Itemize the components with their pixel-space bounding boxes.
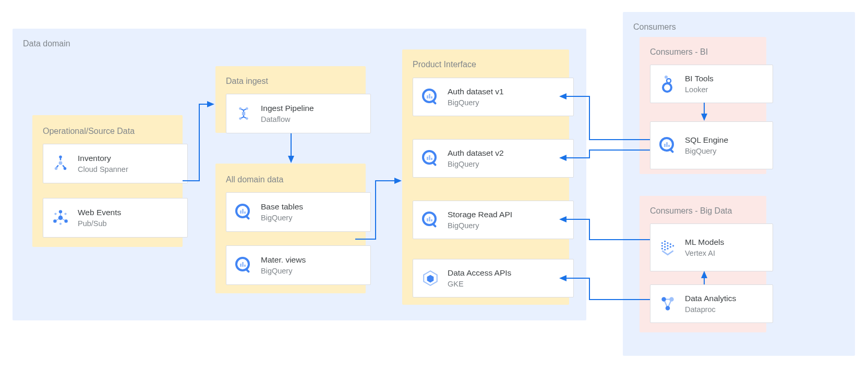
all-domain-data-title: All domain data bbox=[226, 175, 283, 184]
svg-point-56 bbox=[661, 248, 663, 250]
bigquery-icon bbox=[234, 255, 254, 275]
svg-point-63 bbox=[667, 248, 668, 250]
svg-rect-21 bbox=[242, 209, 244, 214]
bigquery-icon bbox=[658, 135, 678, 155]
svg-point-46 bbox=[665, 76, 668, 79]
svg-rect-26 bbox=[242, 262, 244, 267]
card-subtitle: Looker bbox=[685, 85, 714, 94]
svg-point-1 bbox=[55, 167, 58, 170]
card-subtitle: Cloud Spanner bbox=[78, 165, 128, 174]
card-title: Auth dataset v1 bbox=[448, 86, 504, 96]
vertex-ai-icon bbox=[658, 238, 678, 257]
svg-point-12 bbox=[64, 213, 66, 215]
svg-point-11 bbox=[54, 213, 56, 215]
card-data-access-apis: Data Access APIsGKE bbox=[413, 259, 574, 297]
card-title: Storage Read API bbox=[448, 209, 512, 219]
pubsub-icon bbox=[51, 208, 70, 228]
card-web-events: Web EventsPub/Sub bbox=[43, 198, 188, 238]
svg-point-66 bbox=[672, 245, 674, 246]
card-subtitle: Vertex AI bbox=[685, 248, 724, 258]
card-subtitle: GKE bbox=[448, 279, 511, 289]
card-inventory: InventoryCloud Spanner bbox=[43, 144, 188, 183]
looker-icon bbox=[658, 74, 678, 94]
svg-point-3 bbox=[59, 161, 63, 165]
card-subtitle: BigQuery bbox=[261, 266, 306, 276]
card-title: Web Events bbox=[78, 207, 121, 217]
cloud-spanner-icon bbox=[51, 154, 70, 173]
card-subtitle: Pub/Sub bbox=[78, 219, 121, 228]
svg-point-57 bbox=[664, 241, 666, 242]
svg-point-9 bbox=[53, 219, 56, 222]
card-subtitle: BigQuery bbox=[448, 159, 504, 169]
svg-rect-51 bbox=[666, 142, 668, 147]
svg-rect-40 bbox=[427, 218, 428, 221]
consumers-title: Consumers bbox=[633, 22, 676, 32]
product-interface-title: Product Interface bbox=[413, 60, 476, 69]
card-auth-v1: Auth dataset v1BigQuery bbox=[413, 78, 574, 116]
svg-rect-50 bbox=[664, 144, 666, 147]
card-storage-read: Storage Read APIBigQuery bbox=[413, 201, 574, 239]
svg-point-10 bbox=[64, 219, 67, 222]
svg-point-16 bbox=[239, 117, 242, 120]
bigquery-icon bbox=[420, 210, 440, 230]
svg-point-0 bbox=[59, 155, 62, 158]
svg-point-7 bbox=[58, 216, 63, 220]
card-auth-v2: Auth dataset v2BigQuery bbox=[413, 139, 574, 178]
svg-point-15 bbox=[246, 107, 248, 110]
svg-rect-36 bbox=[429, 155, 430, 160]
svg-rect-20 bbox=[240, 210, 242, 214]
card-title: ML Models bbox=[685, 237, 724, 247]
card-ingest-pipeline: Ingest PipelineDataflow bbox=[226, 94, 371, 133]
card-title: Mater. views bbox=[261, 255, 306, 265]
card-base-tables: Base tablesBigQuery bbox=[226, 192, 371, 232]
svg-point-55 bbox=[661, 245, 663, 246]
card-sql-engine: SQL EngineBigQuery bbox=[650, 121, 773, 169]
consumers-bigdata-title: Consumers - Big Data bbox=[650, 206, 732, 216]
card-ml-models: ML ModelsVertex AI bbox=[650, 223, 773, 271]
svg-point-2 bbox=[64, 167, 67, 170]
svg-marker-45 bbox=[427, 275, 434, 283]
card-title: Auth dataset v2 bbox=[448, 148, 504, 158]
dataproc-icon bbox=[658, 294, 678, 314]
data-domain-title: Data domain bbox=[23, 39, 70, 48]
card-subtitle: Dataproc bbox=[685, 305, 736, 314]
card-title: Inventory bbox=[78, 153, 128, 163]
card-data-analytics: Data AnalyticsDataproc bbox=[650, 284, 773, 323]
svg-rect-27 bbox=[244, 265, 246, 267]
diagram-stage: Data domain Consumers Operational/Source… bbox=[0, 0, 868, 373]
svg-point-17 bbox=[246, 117, 248, 120]
svg-point-48 bbox=[663, 83, 671, 92]
card-title: SQL Engine bbox=[685, 135, 728, 145]
svg-point-14 bbox=[239, 107, 242, 110]
svg-rect-32 bbox=[431, 96, 432, 98]
svg-point-13 bbox=[59, 223, 62, 225]
data-ingest-title: Data ingest bbox=[226, 77, 268, 86]
gke-icon bbox=[420, 268, 440, 288]
svg-point-54 bbox=[661, 242, 663, 244]
bigquery-icon bbox=[420, 148, 440, 168]
card-title: Base tables bbox=[261, 202, 303, 212]
card-subtitle: BigQuery bbox=[448, 221, 512, 230]
svg-rect-18 bbox=[242, 112, 245, 115]
card-subtitle: BigQuery bbox=[261, 213, 303, 222]
svg-point-47 bbox=[667, 79, 671, 83]
bigquery-icon bbox=[420, 87, 440, 107]
svg-rect-42 bbox=[431, 219, 432, 221]
svg-rect-31 bbox=[429, 94, 430, 98]
consumers-bi-title: Consumers - BI bbox=[650, 47, 708, 57]
svg-point-67 bbox=[661, 297, 666, 302]
svg-point-65 bbox=[670, 246, 671, 247]
svg-rect-52 bbox=[668, 145, 670, 147]
card-mater-views: Mater. viewsBigQuery bbox=[226, 245, 371, 285]
svg-point-8 bbox=[59, 210, 62, 213]
card-title: Data Access APIs bbox=[448, 268, 511, 278]
svg-rect-22 bbox=[244, 212, 246, 214]
card-title: BI Tools bbox=[685, 73, 714, 83]
card-subtitle: BigQuery bbox=[685, 146, 728, 156]
source-data-title: Operational/Source Data bbox=[43, 127, 135, 136]
svg-point-62 bbox=[667, 245, 668, 246]
dataflow-icon bbox=[234, 104, 254, 123]
svg-point-69 bbox=[666, 306, 670, 310]
svg-rect-37 bbox=[431, 158, 432, 160]
card-title: Data Analytics bbox=[685, 293, 736, 303]
